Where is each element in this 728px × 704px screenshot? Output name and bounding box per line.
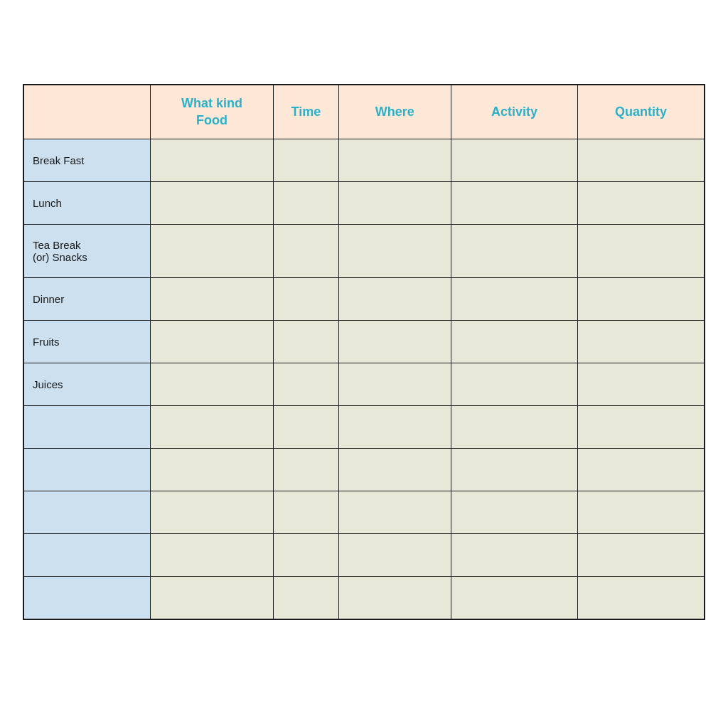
data-cell[interactable] [578, 321, 705, 363]
data-cell[interactable] [578, 491, 705, 534]
header-what-kind-food: What kind Food [150, 85, 273, 139]
data-cell[interactable] [578, 363, 705, 406]
data-cell[interactable] [578, 449, 705, 491]
data-cell[interactable] [338, 406, 451, 449]
row-label-juices: Juices [23, 363, 150, 406]
data-cell[interactable] [578, 577, 705, 619]
data-cell[interactable] [150, 278, 273, 321]
data-cell[interactable] [150, 321, 273, 363]
table-row: Fruits [23, 321, 705, 363]
table-row: Tea Break(or) Snacks [23, 225, 705, 278]
data-cell[interactable] [150, 225, 273, 278]
table-row: Break Fast [23, 139, 705, 182]
data-cell[interactable] [451, 406, 577, 449]
data-cell[interactable] [338, 182, 451, 225]
data-cell[interactable] [274, 577, 339, 619]
data-cell[interactable] [150, 182, 273, 225]
header-quantity: Quantity [578, 85, 705, 139]
data-cell[interactable] [338, 225, 451, 278]
data-cell[interactable] [451, 363, 577, 406]
row-label-dinner: Dinner [23, 278, 150, 321]
table-row: Dinner [23, 278, 705, 321]
data-cell[interactable] [451, 577, 577, 619]
data-cell[interactable] [274, 321, 339, 363]
data-cell[interactable] [451, 182, 577, 225]
row-label-empty[interactable] [23, 534, 150, 577]
data-cell[interactable] [578, 139, 705, 182]
data-cell[interactable] [578, 182, 705, 225]
data-cell[interactable] [338, 321, 451, 363]
row-label-breakfast: Break Fast [23, 139, 150, 182]
header-time: Time [274, 85, 339, 139]
table-row [23, 534, 705, 577]
data-cell[interactable] [578, 225, 705, 278]
data-cell[interactable] [451, 139, 577, 182]
data-cell[interactable] [338, 491, 451, 534]
data-cell[interactable] [274, 449, 339, 491]
data-cell[interactable] [338, 278, 451, 321]
table-row: Lunch [23, 182, 705, 225]
row-label-lunch: Lunch [23, 182, 150, 225]
data-cell[interactable] [338, 449, 451, 491]
row-label-empty[interactable] [23, 449, 150, 491]
header-empty [23, 85, 150, 139]
data-cell[interactable] [451, 534, 577, 577]
data-cell[interactable] [578, 406, 705, 449]
row-label-empty[interactable] [23, 577, 150, 619]
data-cell[interactable] [150, 491, 273, 534]
data-cell[interactable] [274, 139, 339, 182]
data-cell[interactable] [150, 534, 273, 577]
data-cell[interactable] [150, 363, 273, 406]
data-cell[interactable] [578, 534, 705, 577]
table-container: What kind Food Time Where Activity Quant… [1, 63, 727, 641]
data-cell[interactable] [338, 534, 451, 577]
data-cell[interactable] [150, 139, 273, 182]
data-cell[interactable] [338, 577, 451, 619]
data-cell[interactable] [150, 406, 273, 449]
data-cell[interactable] [274, 491, 339, 534]
row-label-empty[interactable] [23, 491, 150, 534]
data-cell[interactable] [274, 406, 339, 449]
header-where: Where [338, 85, 451, 139]
data-cell[interactable] [451, 449, 577, 491]
data-cell[interactable] [338, 363, 451, 406]
data-cell[interactable] [150, 577, 273, 619]
data-cell[interactable] [451, 225, 577, 278]
table-row [23, 491, 705, 534]
data-cell[interactable] [150, 449, 273, 491]
table-row: Juices [23, 363, 705, 406]
data-cell[interactable] [451, 278, 577, 321]
data-cell[interactable] [274, 363, 339, 406]
table-row [23, 577, 705, 619]
data-cell[interactable] [578, 278, 705, 321]
row-label-tea-break: Tea Break(or) Snacks [23, 225, 150, 278]
header-activity: Activity [451, 85, 577, 139]
data-cell[interactable] [338, 139, 451, 182]
data-cell[interactable] [274, 182, 339, 225]
data-cell[interactable] [274, 534, 339, 577]
food-tracker-table: What kind Food Time Where Activity Quant… [23, 84, 705, 619]
data-cell[interactable] [451, 491, 577, 534]
data-cell[interactable] [274, 278, 339, 321]
table-row [23, 406, 705, 449]
data-cell[interactable] [274, 225, 339, 278]
data-cell[interactable] [451, 321, 577, 363]
row-label-empty[interactable] [23, 406, 150, 449]
table-row [23, 449, 705, 491]
header-row: What kind Food Time Where Activity Quant… [23, 85, 705, 139]
row-label-fruits: Fruits [23, 321, 150, 363]
